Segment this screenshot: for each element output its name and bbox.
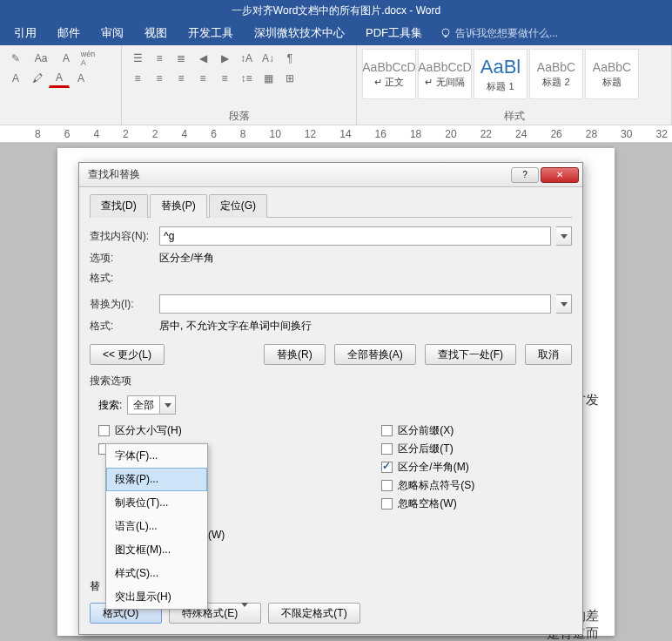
- font-color-icon[interactable]: A: [49, 69, 70, 88]
- tab-find[interactable]: 查找(D): [90, 194, 148, 218]
- find-next-button[interactable]: 查找下一处(F): [425, 344, 516, 365]
- styles-gallery[interactable]: AaBbCcD↵ 正文AaBbCcD↵ 无间隔AaBl标题 1AaBbC标题 2…: [362, 49, 666, 109]
- styles-group-label: 样式: [362, 109, 666, 123]
- distribute-icon[interactable]: ≡: [214, 69, 235, 88]
- line-spacing-icon[interactable]: ↕≡: [236, 69, 257, 88]
- dialog-titlebar[interactable]: 查找和替换 ? ✕: [79, 163, 582, 187]
- replace-label: 替换为(I):: [90, 297, 154, 312]
- cancel-button[interactable]: 取消: [525, 344, 572, 365]
- find-input[interactable]: ^g: [159, 226, 551, 246]
- menu-shenzhen[interactable]: 深圳微软技术中心: [244, 21, 355, 45]
- clear-format-icon[interactable]: A: [56, 49, 77, 68]
- no-formatting-button[interactable]: 不限定格式(T): [268, 603, 360, 624]
- paragraph-group-label: 段落: [127, 109, 351, 123]
- menu-bar: 引用 邮件 审阅 视图 开发工具 深圳微软技术中心 PDF工具集 告诉我您想要做…: [0, 21, 672, 45]
- increase-indent-icon[interactable]: ▶: [214, 49, 235, 68]
- popup-language[interactable]: 语言(L)...: [106, 515, 207, 538]
- search-direction-label: 搜索:: [98, 398, 122, 413]
- highlight-icon[interactable]: 🖍: [27, 69, 48, 88]
- text-effects-icon[interactable]: A: [5, 69, 26, 88]
- decrease-indent-icon[interactable]: ◀: [192, 49, 213, 68]
- dialog-help-button[interactable]: ?: [511, 167, 539, 183]
- popup-style[interactable]: 样式(S)...: [106, 562, 207, 585]
- shading-icon[interactable]: ▦: [258, 69, 279, 88]
- menu-view[interactable]: 视图: [134, 21, 178, 45]
- dialog-tabs: 查找(D) 替换(P) 定位(G): [90, 194, 572, 218]
- style-item[interactable]: AaBl标题 1: [474, 49, 528, 99]
- ribbon: ✎ Aa A wénA A 🖍 A A ☰ ≡ ≣: [0, 45, 672, 125]
- replace-all-button[interactable]: 全部替换(A): [334, 344, 416, 365]
- format-painter-icon[interactable]: ✎: [5, 49, 26, 68]
- replace-dropdown-button[interactable]: [556, 294, 572, 314]
- title-bar: 一步对齐Word文档中的所有图片.docx - Word: [0, 0, 672, 21]
- option-checkbox[interactable]: 忽略空格(W): [381, 496, 474, 511]
- menu-pdf[interactable]: PDF工具集: [355, 21, 433, 45]
- options-label: 选项:: [90, 251, 154, 266]
- sort-icon[interactable]: A↓: [258, 49, 279, 68]
- option-checkbox[interactable]: 区分后缀(T): [381, 442, 474, 456]
- multilevel-icon[interactable]: ≣: [171, 49, 192, 68]
- popup-highlight[interactable]: 突出显示(H): [106, 585, 207, 609]
- find-replace-dialog: 查找和替换 ? ✕ 查找(D) 替换(P) 定位(G) 查找内容(N): ^g …: [78, 162, 583, 635]
- align-right-icon[interactable]: ≡: [171, 69, 192, 88]
- borders-icon[interactable]: ⊞: [279, 69, 300, 88]
- svg-rect-1: [445, 36, 447, 37]
- chevron-down-icon: [159, 396, 175, 414]
- popup-tabs[interactable]: 制表位(T)...: [106, 491, 207, 515]
- chevron-down-icon: [561, 234, 568, 239]
- ruler[interactable]: 8642246810121416182022242628303234363840…: [0, 125, 672, 143]
- char-border-icon[interactable]: A: [71, 69, 91, 88]
- style-item[interactable]: AaBbC标题 2: [529, 49, 583, 99]
- replace-button[interactable]: 替换(R): [264, 344, 326, 365]
- options-value: 区分全/半角: [159, 251, 214, 266]
- phonetic-icon[interactable]: wénA: [77, 49, 98, 68]
- text-direction-icon[interactable]: ↕A: [236, 49, 257, 68]
- show-marks-icon[interactable]: ¶: [279, 49, 300, 68]
- search-direction-combo[interactable]: 全部: [127, 395, 176, 415]
- justify-icon[interactable]: ≡: [192, 69, 213, 88]
- option-checkbox[interactable]: 忽略标点符号(S): [381, 478, 474, 493]
- menu-mailings[interactable]: 邮件: [47, 21, 91, 45]
- less-button[interactable]: << 更少(L): [90, 344, 165, 365]
- find-dropdown-button[interactable]: [556, 226, 572, 246]
- menu-references[interactable]: 引用: [3, 21, 47, 45]
- match-case-checkbox[interactable]: 区分大小写(H): [98, 423, 225, 438]
- search-direction-value: 全部: [128, 398, 159, 413]
- chevron-down-icon: [561, 302, 568, 307]
- replace-format-label: 格式:: [90, 319, 154, 334]
- dialog-close-button[interactable]: ✕: [541, 167, 579, 183]
- font-case-icon[interactable]: Aa: [27, 49, 55, 68]
- svg-point-0: [442, 29, 449, 36]
- option-checkbox[interactable]: 区分全/半角(M): [381, 460, 474, 475]
- style-item[interactable]: AaBbC标题: [585, 49, 639, 99]
- style-item[interactable]: AaBbCcD↵ 无间隔: [418, 49, 472, 99]
- font-group-label: [5, 109, 116, 123]
- replace-format-value: 居中, 不允许文字在单词中间换行: [159, 319, 312, 334]
- menu-review[interactable]: 审阅: [91, 21, 134, 45]
- menu-developer[interactable]: 开发工具: [178, 21, 244, 45]
- tab-goto[interactable]: 定位(G): [209, 194, 267, 218]
- dialog-title: 查找和替换: [83, 167, 140, 182]
- format-popup-menu: 字体(F)... 段落(P)... 制表位(T)... 语言(L)... 图文框…: [105, 443, 208, 610]
- replace-input[interactable]: [159, 294, 551, 314]
- find-format-label: 格式:: [90, 271, 154, 286]
- popup-frame[interactable]: 图文框(M)...: [106, 538, 207, 562]
- style-item[interactable]: AaBbCcD↵ 正文: [362, 49, 416, 99]
- popup-paragraph[interactable]: 段落(P)...: [106, 468, 207, 491]
- chevron-down-icon: [241, 603, 248, 619]
- tell-me-text: 告诉我您想要做什么...: [455, 26, 558, 41]
- popup-font[interactable]: 字体(F)...: [106, 444, 207, 468]
- bullets-icon[interactable]: ☰: [127, 49, 148, 68]
- find-label: 查找内容(N):: [90, 229, 154, 244]
- tab-replace[interactable]: 替换(P): [150, 194, 207, 218]
- search-options-label: 搜索选项: [90, 374, 572, 388]
- right-options: 区分前缀(X)区分后缀(T)区分全/半角(M)忽略标点符号(S)忽略空格(W): [381, 420, 474, 546]
- align-center-icon[interactable]: ≡: [149, 69, 170, 88]
- align-left-icon[interactable]: ≡: [127, 69, 148, 88]
- lightbulb-icon: [440, 27, 452, 39]
- option-checkbox[interactable]: 区分前缀(X): [381, 423, 474, 438]
- tell-me-search[interactable]: 告诉我您想要做什么...: [440, 26, 558, 41]
- numbering-icon[interactable]: ≡: [149, 49, 170, 68]
